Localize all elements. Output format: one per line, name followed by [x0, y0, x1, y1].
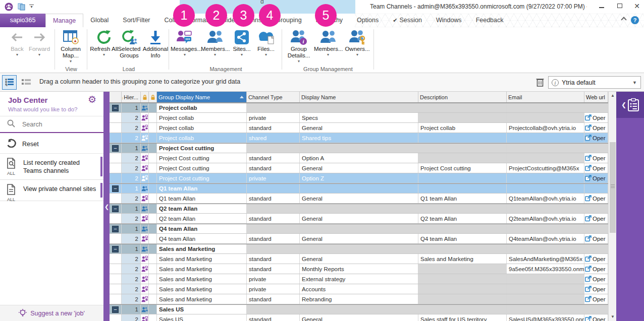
open-web-url-link[interactable]: Oper [584, 234, 608, 243]
open-web-url-link[interactable]: Oper [584, 314, 608, 321]
header-display-name[interactable]: Display Name [300, 92, 418, 102]
files-button[interactable]: Files...▾ [254, 29, 278, 57]
group-members-button[interactable]: Members...▾ [314, 29, 342, 57]
refresh-all-button[interactable]: Refresh All▾ [90, 29, 118, 57]
maximize-button[interactable] [612, 1, 628, 11]
window-doc-icon[interactable] [18, 3, 26, 12]
collapse-ribbon-icon[interactable] [621, 17, 626, 22]
tab-manage[interactable]: Manage [45, 14, 83, 27]
open-web-url-link[interactable]: Oper [584, 274, 608, 284]
header-expand-column[interactable] [110, 92, 122, 102]
tab-sort-filter[interactable]: Sort/Filter [116, 14, 157, 27]
suggest-job-button[interactable]: Suggest a new 'job' [0, 305, 103, 321]
selected-groups-button[interactable]: Selected Groups [115, 29, 143, 59]
tab-global[interactable]: Global [83, 14, 116, 27]
group-row[interactable]: −1Project collab [110, 103, 608, 113]
tab-sapio365[interactable]: sapio365 [0, 14, 45, 27]
group-row[interactable]: −1Sales and Marketing [110, 244, 608, 254]
group-row[interactable]: −1Project Cost cutting [110, 143, 608, 153]
tab-options[interactable]: Options [350, 14, 386, 27]
open-web-url-link[interactable]: Oper [584, 163, 608, 173]
header-description[interactable]: Description [418, 92, 507, 102]
collapse-group-button[interactable]: − [112, 185, 119, 192]
flyout-header-button[interactable]: ❮ [616, 92, 644, 118]
channel-row[interactable]: 2Q2 team AllanstandardGeneralQ2 team All… [110, 214, 608, 224]
members-button[interactable]: Members...▾ [201, 29, 229, 57]
open-web-url-link[interactable]: Oper [584, 214, 608, 223]
messages-button[interactable]: Messages...▾ [171, 29, 199, 57]
channel-row[interactable]: 2Sales and MarketingstandardGeneralSales… [110, 254, 608, 264]
app-logo-icon[interactable] [5, 3, 13, 13]
header-channel-type[interactable]: Channel Type [247, 92, 300, 102]
group-row[interactable]: −1Q2 team Allan [110, 204, 608, 214]
preset-dropdown[interactable]: i Ytria default ▼ [548, 76, 641, 89]
scrollbar-thumb[interactable] [610, 142, 616, 233]
flat-view-toggle[interactable] [19, 75, 33, 90]
group-row[interactable]: −1Q1 team Allan [110, 183, 608, 194]
open-web-url-link[interactable]: Oper [584, 123, 608, 133]
tab-feedback[interactable]: Feedback [469, 14, 511, 27]
job-item-recent-channels[interactable]: ALL List recently created Teams channels [0, 154, 103, 180]
channel-row[interactable]: 2Q4 team AllanstandardGeneralQ4 team All… [110, 234, 608, 244]
tab-windows[interactable]: Windows [429, 14, 469, 27]
open-web-url-link[interactable]: Oper [584, 254, 608, 264]
header-email[interactable]: Email [507, 92, 584, 102]
open-web-url-link[interactable]: Oper [584, 194, 608, 203]
vertical-scrollbar[interactable]: ▲ ▼ [608, 92, 616, 321]
open-web-url-link[interactable]: Oper [584, 284, 608, 294]
collapse-group-button[interactable]: − [112, 226, 119, 232]
trash-icon[interactable] [536, 77, 544, 89]
scroll-up-icon[interactable]: ▲ [609, 92, 617, 100]
channel-row[interactable]: 2Sales and MarketingstandardRebrandingOp… [110, 294, 608, 304]
minimize-button[interactable] [594, 1, 610, 11]
owners-button[interactable]: Owners...▾ [343, 29, 371, 57]
group-row[interactable]: −1Q4 team Allan [110, 224, 608, 234]
channel-row[interactable]: 2Sales and MarketingprivateAccountsOper [110, 284, 608, 294]
channel-row[interactable]: 2Project Cost cuttingstandardOption AOpe… [110, 153, 608, 163]
open-web-url-link[interactable]: Oper [584, 294, 608, 304]
collapse-group-button[interactable]: − [112, 145, 119, 152]
tab-session[interactable]: ✔Session [386, 14, 429, 27]
open-web-url-link[interactable]: Oper [584, 264, 608, 274]
open-web-url-link[interactable]: Oper [584, 153, 608, 163]
channel-row[interactable]: 2Project collabstandardGeneralProject co… [110, 123, 608, 133]
channel-row[interactable]: 2Project collabsharedShared tipsOper [110, 133, 608, 143]
search-input[interactable] [22, 121, 88, 128]
group-row[interactable]: −1Sales US [110, 304, 608, 314]
additional-info-button[interactable]: Additional Info [141, 29, 170, 59]
help-icon[interactable]: ? [631, 16, 639, 24]
header-lock-1[interactable] [141, 92, 149, 102]
scroll-down-icon[interactable]: ▼ [609, 313, 617, 321]
open-web-url-link[interactable]: Oper [584, 113, 608, 122]
channel-row[interactable]: 2Project Cost cuttingstandardGeneralProj… [110, 163, 608, 173]
sidebar-collapse-bar[interactable]: ❮ [103, 92, 110, 321]
header-group-display-name[interactable]: Group Display Name [157, 92, 247, 102]
header-hierarchy[interactable]: Hier... [122, 92, 141, 102]
channel-row[interactable]: 2Project collabprivateSpecsOper [110, 113, 608, 123]
close-button[interactable]: ✕ [629, 1, 644, 11]
open-web-url-link[interactable]: Oper [584, 173, 608, 183]
quick-access-dropdown-icon[interactable]: ▾ [29, 5, 34, 9]
channel-row[interactable]: 2Sales USstandardGeneralSales staff for … [110, 314, 608, 321]
collapse-group-button[interactable]: − [112, 246, 119, 252]
collapse-group-button[interactable]: − [112, 105, 119, 111]
group-details-button[interactable]: i Group Details...▾ [285, 29, 313, 63]
column-map-button[interactable]: Column Map...▾ [57, 29, 85, 63]
channel-row[interactable]: 2Sales and MarketingstandardMonthly Repo… [110, 264, 608, 274]
channel-row[interactable]: 2Q1 team AllanstandardGeneralQ1 team All… [110, 194, 608, 204]
cell-hierarchy: 2 [122, 314, 141, 321]
channel-row[interactable]: 2Sales and MarketingprivateExternal stra… [110, 274, 608, 284]
header-lock-2[interactable] [149, 92, 157, 102]
collapse-group-button[interactable]: − [112, 306, 119, 313]
sites-button[interactable]: Sites...▾ [230, 29, 253, 57]
header-web-url[interactable]: Web url [584, 92, 608, 102]
forward-button[interactable]: Forward▾ [25, 29, 53, 57]
reset-button[interactable]: Reset [0, 135, 103, 154]
channel-row[interactable]: 2Project Cost cuttingprivateOption ZOper [110, 173, 608, 183]
search-field[interactable] [0, 116, 103, 133]
gear-icon[interactable]: ⚙ [88, 94, 96, 105]
open-web-url-link[interactable]: Oper [584, 133, 608, 143]
grouped-view-toggle[interactable] [2, 75, 17, 90]
job-item-private-sites[interactable]: ALL View private channel sites [0, 180, 103, 201]
collapse-group-button[interactable]: − [112, 206, 119, 212]
